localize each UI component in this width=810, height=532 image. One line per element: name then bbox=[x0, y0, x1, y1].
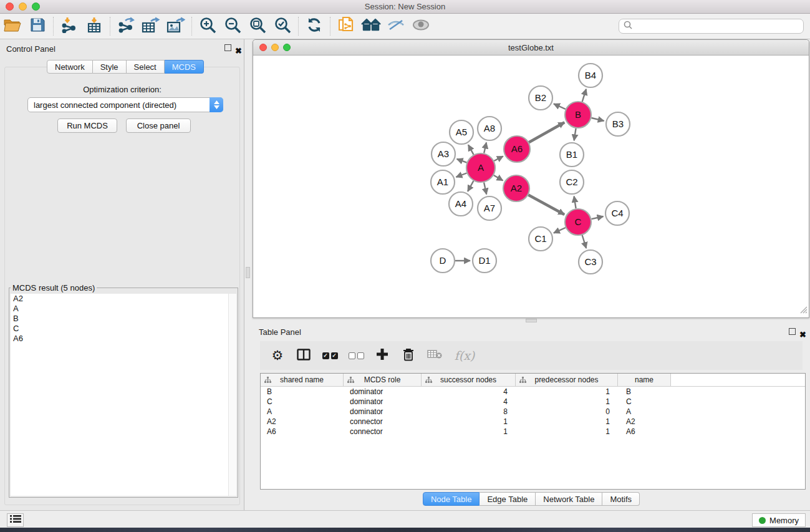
graph-edge-B-B4[interactable] bbox=[582, 89, 586, 102]
export-image-button[interactable] bbox=[163, 16, 188, 37]
graph-node-C4[interactable]: C4 bbox=[605, 201, 629, 225]
network-maximize-icon[interactable] bbox=[283, 44, 291, 51]
result-item[interactable]: C bbox=[11, 324, 236, 334]
task-history-button[interactable] bbox=[7, 513, 24, 527]
hide-graphics-button[interactable] bbox=[383, 16, 408, 37]
horizontal-splitter-grip[interactable] bbox=[526, 319, 537, 322]
graph-node-D[interactable]: D bbox=[431, 249, 455, 273]
split-columns-button[interactable] bbox=[294, 346, 314, 365]
zoom-fit-button[interactable] bbox=[245, 16, 270, 37]
tab-node-table[interactable]: Node Table bbox=[423, 492, 480, 506]
graph-edge-A-A8[interactable] bbox=[484, 143, 486, 153]
zoom-in-button[interactable] bbox=[195, 16, 220, 37]
deselect-all-button[interactable] bbox=[346, 346, 366, 365]
network-document-button[interactable] bbox=[334, 16, 359, 37]
table-row[interactable]: A2connector11A2 bbox=[261, 417, 805, 427]
graph-node-A7[interactable]: A7 bbox=[478, 196, 501, 220]
run-mcds-button[interactable]: Run MCDS bbox=[57, 118, 117, 133]
close-panel-button[interactable]: Close panel bbox=[126, 118, 191, 133]
import-network-button[interactable] bbox=[57, 16, 82, 37]
memory-button[interactable]: Memory bbox=[752, 513, 806, 527]
network-canvas[interactable]: B4B2BB3A8A5A6A3B1AA1C2A2A4A7C4CC1C3DD1 bbox=[253, 56, 809, 317]
tab-network[interactable]: Network bbox=[47, 60, 93, 74]
result-item[interactable]: A bbox=[11, 304, 236, 314]
search-box[interactable] bbox=[619, 19, 804, 34]
graph-node-C1[interactable]: C1 bbox=[529, 227, 552, 251]
result-item[interactable]: A6 bbox=[11, 334, 236, 344]
show-graphics-button[interactable] bbox=[408, 16, 433, 37]
graph-node-C2[interactable]: C2 bbox=[560, 170, 584, 194]
tab-edge-table[interactable]: Edge Table bbox=[480, 492, 536, 506]
zoom-selected-button[interactable] bbox=[270, 16, 295, 37]
graph-edge-C-C4[interactable] bbox=[592, 216, 604, 219]
graph-edge-A2-C[interactable] bbox=[528, 195, 564, 215]
network-window-titlebar[interactable]: testGlobe.txt bbox=[253, 40, 809, 56]
graph-edge-A6-B[interactable] bbox=[529, 122, 564, 142]
tab-style[interactable]: Style bbox=[93, 60, 127, 74]
result-item[interactable]: A2 bbox=[11, 294, 236, 304]
graph-node-A4[interactable]: A4 bbox=[449, 192, 473, 216]
graph-edge-C-C2[interactable] bbox=[574, 196, 576, 209]
home-button[interactable] bbox=[359, 16, 383, 37]
add-column-button[interactable] bbox=[372, 346, 392, 365]
mcds-result-list[interactable]: A2ABCA6 bbox=[11, 294, 236, 496]
graph-node-C[interactable]: C bbox=[565, 209, 591, 235]
graph-node-B4[interactable]: B4 bbox=[579, 64, 602, 87]
graph-node-A3[interactable]: A3 bbox=[432, 142, 455, 166]
graph-node-B1[interactable]: B1 bbox=[560, 143, 584, 167]
close-table-panel-icon[interactable]: ✖ bbox=[799, 329, 808, 337]
import-table-button[interactable] bbox=[82, 16, 107, 37]
column-header-shared-name[interactable]: shared name bbox=[261, 374, 344, 386]
column-header-name[interactable]: name bbox=[618, 374, 671, 386]
graph-node-B[interactable]: B bbox=[565, 102, 591, 128]
close-panel-icon[interactable]: ✖ bbox=[235, 45, 243, 53]
resize-grip-icon[interactable] bbox=[799, 305, 808, 316]
table-row[interactable]: Adominator80A bbox=[261, 407, 805, 417]
graph-node-D1[interactable]: D1 bbox=[473, 249, 496, 273]
function-builder-button[interactable]: f(x) bbox=[451, 346, 478, 365]
graph-node-B2[interactable]: B2 bbox=[529, 86, 552, 110]
graph-node-A6[interactable]: A6 bbox=[504, 136, 530, 162]
minimize-window-icon[interactable] bbox=[19, 2, 27, 11]
delete-button[interactable] bbox=[398, 346, 418, 365]
zoom-out-button[interactable] bbox=[220, 16, 245, 37]
graph-node-A2[interactable]: A2 bbox=[503, 175, 529, 201]
graph-edge-A-A6[interactable] bbox=[494, 157, 503, 162]
graph-edge-A-A4[interactable] bbox=[468, 181, 473, 191]
criterion-dropdown[interactable]: largest connected component (directed) bbox=[27, 97, 223, 112]
column-header-mcds-role[interactable]: MCDS role bbox=[344, 374, 422, 386]
graph-edge-A-A2[interactable] bbox=[494, 175, 503, 181]
search-input[interactable] bbox=[635, 22, 803, 31]
column-header-predecessor-nodes[interactable]: predecessor nodes bbox=[516, 374, 618, 386]
column-header-successor-nodes[interactable]: successor nodes bbox=[422, 374, 516, 386]
tab-motifs[interactable]: Motifs bbox=[602, 492, 640, 506]
tab-network-table[interactable]: Network Table bbox=[536, 492, 602, 506]
export-network-button[interactable] bbox=[113, 16, 138, 37]
graph-edge-B-B3[interactable] bbox=[591, 118, 604, 121]
open-file-button[interactable] bbox=[0, 16, 25, 37]
graph-node-A8[interactable]: A8 bbox=[478, 117, 501, 140]
maximize-window-icon[interactable] bbox=[32, 2, 40, 11]
graph-node-A5[interactable]: A5 bbox=[450, 120, 473, 144]
graph-edge-C-C3[interactable] bbox=[582, 235, 587, 248]
graph-node-C3[interactable]: C3 bbox=[579, 250, 602, 274]
table-row[interactable]: Bdominator41B bbox=[261, 387, 805, 397]
tab-mcds[interactable]: MCDS bbox=[165, 60, 204, 74]
table-row[interactable]: Cdominator41C bbox=[261, 397, 805, 407]
graph-edge-A-A1[interactable] bbox=[456, 173, 467, 177]
graph-edge-B-B1[interactable] bbox=[574, 128, 576, 141]
close-window-icon[interactable] bbox=[6, 2, 14, 11]
result-list-scrollbar[interactable] bbox=[228, 294, 236, 496]
float-panel-icon[interactable] bbox=[224, 44, 233, 52]
network-close-icon[interactable] bbox=[259, 44, 267, 51]
select-all-button[interactable]: ✓✓ bbox=[320, 346, 340, 365]
network-minimize-icon[interactable] bbox=[271, 44, 279, 51]
export-table-button[interactable] bbox=[138, 16, 163, 37]
table-row[interactable]: A6connector11A6 bbox=[261, 427, 805, 437]
result-item[interactable]: B bbox=[11, 314, 236, 324]
graph-edge-A-A5[interactable] bbox=[468, 145, 474, 155]
vertical-splitter-grip[interactable] bbox=[246, 267, 250, 278]
delete-table-button[interactable] bbox=[425, 346, 445, 365]
graph-node-A[interactable]: A bbox=[466, 153, 495, 182]
save-session-button[interactable] bbox=[25, 16, 50, 37]
